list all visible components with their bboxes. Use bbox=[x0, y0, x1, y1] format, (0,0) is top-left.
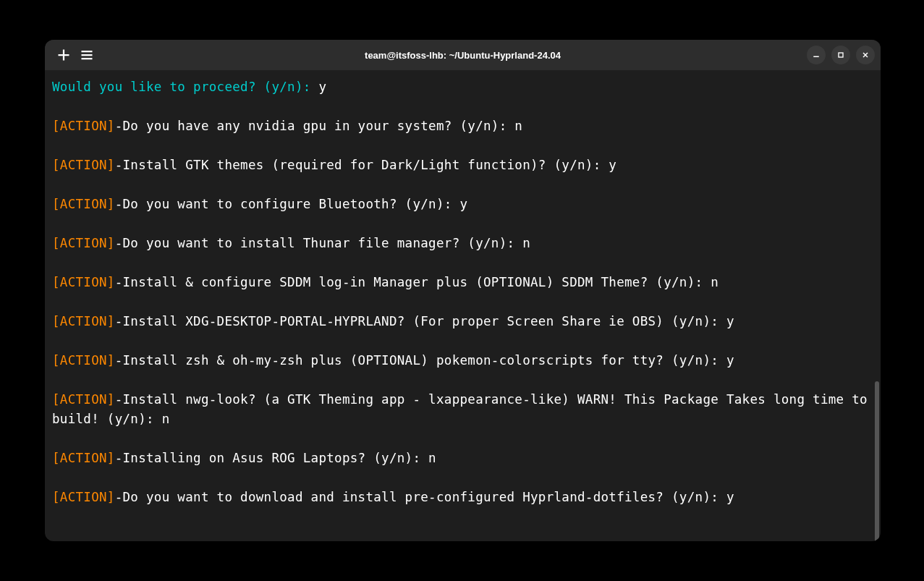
hamburger-menu-button[interactable] bbox=[80, 48, 94, 62]
action-label: [ACTION] bbox=[52, 451, 115, 465]
action-line: [ACTION]-Install XDG-DESKTOP-PORTAL-HYPR… bbox=[52, 312, 873, 331]
action-label: [ACTION] bbox=[52, 236, 115, 250]
action-label: [ACTION] bbox=[52, 158, 115, 172]
blank-line bbox=[52, 136, 873, 156]
terminal-content[interactable]: Would you like to proceed? (y/n): y [ACT… bbox=[45, 70, 881, 541]
action-text: -Install GTK themes (required for Dark/L… bbox=[115, 158, 617, 172]
action-text: -Installing on Asus ROG Laptops? (y/n): … bbox=[115, 451, 436, 465]
scrollbar[interactable] bbox=[875, 381, 879, 541]
action-line: [ACTION]-Install zsh & oh-my-zsh plus (O… bbox=[52, 351, 873, 370]
action-text: -Install nwg-look? (a GTK Theming app - … bbox=[52, 392, 876, 426]
action-label: [ACTION] bbox=[52, 490, 115, 504]
action-label: [ACTION] bbox=[52, 197, 115, 211]
blank-line bbox=[52, 331, 873, 351]
action-line: [ACTION]-Do you want to configure Blueto… bbox=[52, 195, 873, 214]
titlebar-left-controls bbox=[51, 48, 94, 62]
action-line: [ACTION]-Install GTK themes (required fo… bbox=[52, 156, 873, 175]
action-line: [ACTION]-Installing on Asus ROG Laptops?… bbox=[52, 449, 873, 468]
action-text: -Do you have any nvidia gpu in your syst… bbox=[115, 119, 522, 133]
action-text: -Install & configure SDDM log-in Manager… bbox=[115, 275, 719, 289]
blank-line bbox=[52, 253, 873, 273]
prompt-question: Would you like to proceed? (y/n): bbox=[52, 80, 318, 94]
blank-line bbox=[52, 214, 873, 234]
blank-line bbox=[52, 292, 873, 312]
blank-line bbox=[52, 468, 873, 488]
blank-line bbox=[52, 429, 873, 449]
action-text: -Install zsh & oh-my-zsh plus (OPTIONAL)… bbox=[115, 353, 734, 368]
action-line: [ACTION]-Do you want to download and ins… bbox=[52, 488, 873, 507]
prompt-answer: y bbox=[318, 80, 326, 94]
minimize-button[interactable] bbox=[807, 46, 826, 64]
action-label: [ACTION] bbox=[52, 314, 115, 328]
action-text: -Install XDG-DESKTOP-PORTAL-HYPRLAND? (F… bbox=[115, 314, 734, 328]
window-title: team@itsfoss-lhb: ~/Ubuntu-Hyprland-24.0… bbox=[365, 50, 561, 61]
titlebar-right-controls bbox=[807, 46, 875, 64]
action-text: -Do you want to install Thunar file mana… bbox=[115, 236, 530, 250]
action-label: [ACTION] bbox=[52, 119, 115, 133]
new-tab-button[interactable] bbox=[56, 48, 71, 62]
prompt-line: Would you like to proceed? (y/n): y bbox=[52, 77, 873, 97]
close-button[interactable] bbox=[856, 46, 875, 64]
svg-rect-6 bbox=[839, 53, 843, 57]
blank-line bbox=[52, 175, 873, 195]
action-text: -Do you want to download and install pre… bbox=[115, 490, 734, 504]
blank-line bbox=[52, 370, 873, 390]
terminal-window: team@itsfoss-lhb: ~/Ubuntu-Hyprland-24.0… bbox=[45, 40, 881, 541]
blank-line bbox=[52, 97, 873, 116]
action-label: [ACTION] bbox=[52, 275, 115, 289]
action-label: [ACTION] bbox=[52, 353, 115, 368]
action-line: [ACTION]-Install & configure SDDM log-in… bbox=[52, 273, 873, 292]
maximize-button[interactable] bbox=[831, 46, 850, 64]
action-line: [ACTION]-Install nwg-look? (a GTK Themin… bbox=[52, 390, 873, 429]
action-line: [ACTION]-Do you have any nvidia gpu in y… bbox=[52, 116, 873, 136]
titlebar: team@itsfoss-lhb: ~/Ubuntu-Hyprland-24.0… bbox=[45, 40, 881, 70]
action-text: -Do you want to configure Bluetooth? (y/… bbox=[115, 197, 468, 211]
action-label: [ACTION] bbox=[52, 392, 115, 407]
action-line: [ACTION]-Do you want to install Thunar f… bbox=[52, 234, 873, 253]
